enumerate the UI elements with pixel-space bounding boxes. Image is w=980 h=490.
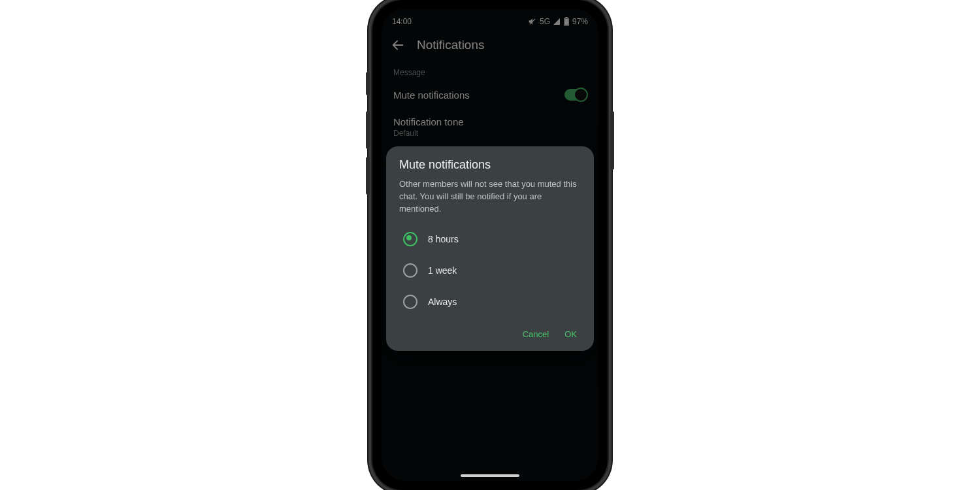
option-label: 1 week — [428, 265, 457, 276]
dialog-body: Other members will not see that you mute… — [399, 178, 581, 216]
radio-icon — [403, 232, 417, 246]
mute-dialog: Mute notifications Other members will no… — [386, 146, 594, 351]
option-label: 8 hours — [428, 234, 459, 244]
option-always[interactable]: Always — [399, 286, 581, 318]
option-1-week[interactable]: 1 week — [399, 255, 581, 286]
volume-down-button — [366, 157, 370, 195]
option-8-hours[interactable]: 8 hours — [399, 223, 581, 255]
home-indicator[interactable] — [461, 474, 519, 477]
screen: 14:00 5G 97% — [382, 9, 598, 481]
volume-up-button — [366, 111, 370, 149]
side-button — [366, 72, 370, 95]
dialog-actions: Cancel OK — [399, 318, 581, 343]
radio-icon — [403, 263, 417, 278]
phone-frame: 14:00 5G 97% — [372, 0, 608, 490]
cancel-button[interactable]: Cancel — [523, 329, 549, 339]
dialog-title: Mute notifications — [399, 158, 581, 172]
ok-button[interactable]: OK — [564, 329, 577, 339]
option-label: Always — [428, 297, 457, 307]
canvas: 14:00 5G 97% — [0, 0, 980, 490]
radio-icon — [403, 295, 417, 309]
power-button — [610, 111, 614, 170]
